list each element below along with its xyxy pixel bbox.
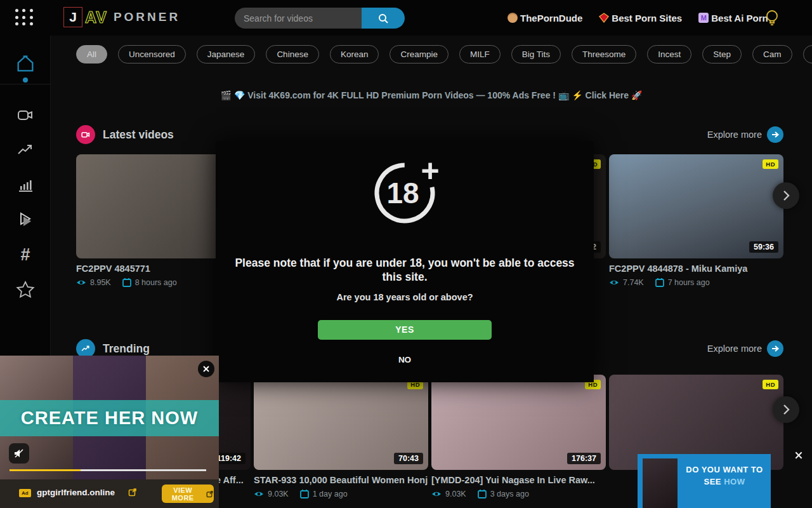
play-icon (15, 210, 36, 230)
home-icon (15, 53, 36, 74)
star-icon (15, 279, 36, 300)
upload-date: 3 days ago (490, 490, 529, 498)
sidebar-item-favorites[interactable] (0, 276, 51, 304)
ai-m-icon: M (698, 13, 709, 23)
yes-button[interactable]: YES (318, 320, 492, 340)
18-plus-icon: 18 + (367, 155, 443, 231)
video-card[interactable]: HD 176:37 [YMDD-204] Yui Nagase In Live … (431, 375, 606, 498)
category-pill-creampie[interactable]: Creampie (390, 45, 449, 64)
video-ad[interactable]: CREATE HER NOW (0, 356, 219, 479)
latest-videos-icon (76, 125, 95, 144)
sidebar-item-rankings[interactable] (0, 171, 51, 199)
calendar-icon (478, 489, 487, 498)
apps-grid-icon[interactable] (15, 9, 34, 27)
top-links: ThePornDude Best Porn Sites M Best Ai Po… (508, 0, 768, 36)
link-best-porn-sites[interactable]: Best Porn Sites (599, 13, 682, 23)
video-camera-icon (16, 105, 35, 124)
bar-chart-icon (16, 175, 35, 194)
age-modal-question: Are you 18 years old or above? (216, 292, 594, 302)
sidebar-item-videos[interactable] (0, 101, 51, 129)
ad-info-bar: Ad gptgirlfriend.online VIEW MORE (0, 479, 219, 508)
link-theporndude[interactable]: ThePornDude (508, 13, 582, 23)
category-pill-step[interactable]: Step (702, 45, 742, 64)
promo-ad-close-button[interactable] (793, 450, 804, 461)
external-link-icon[interactable] (128, 488, 137, 499)
no-button[interactable]: NO (398, 355, 411, 364)
chevron-right-icon (778, 402, 794, 417)
views-count: 8.95K (90, 278, 111, 287)
site-logo[interactable]: J AV PORNER (63, 7, 180, 27)
sidebar-item-playlists[interactable] (0, 206, 51, 234)
lightbulb-icon[interactable] (764, 9, 780, 27)
calendar-icon (655, 277, 664, 287)
category-pill-milf[interactable]: MILF (459, 45, 501, 64)
trending-explore-more[interactable]: Explore more (707, 340, 783, 357)
ad-badge: Ad (19, 489, 31, 497)
category-pill-incest[interactable]: Incest (647, 45, 691, 64)
mute-button[interactable] (9, 443, 29, 464)
search-input[interactable] (235, 8, 362, 29)
video-thumbnail[interactable]: HD 176:37 (431, 375, 606, 470)
video-title[interactable]: STAR-933 10,000 Beautiful Women Honj... (254, 475, 428, 485)
logo-text: PORNER (114, 10, 180, 24)
video-title[interactable]: FC2PPV 4844878 - Miku Kamiya (609, 264, 783, 274)
duration-badge: 70:43 (394, 453, 423, 464)
views-count: 7.74K (623, 278, 644, 287)
top-bar: J AV PORNER ThePornDude Best Porn Sites … (0, 0, 812, 36)
trending-next-button[interactable] (773, 396, 799, 423)
promo-ad[interactable]: DO YOU WANT TO SEE HOW (638, 454, 771, 508)
video-title[interactable]: [YMDD-204] Yui Nagase In Live Raw... (431, 475, 606, 485)
link-best-ai-porn[interactable]: M Best Ai Porn (698, 13, 768, 23)
upload-date: 7 hours ago (668, 278, 710, 287)
duration-badge: 59:36 (749, 241, 778, 253)
ad-overlay-banner[interactable]: CREATE HER NOW (0, 400, 219, 436)
category-pill-japanese[interactable]: Japanese (197, 45, 256, 64)
views-eye-icon (609, 279, 619, 286)
sidebar-item-trending[interactable] (0, 136, 51, 164)
category-pill-all[interactable]: All (76, 45, 107, 64)
chevron-right-icon (778, 188, 794, 203)
sidebar-item-home[interactable] (0, 50, 51, 77)
category-pill-threesome[interactable]: Threesome (572, 45, 636, 64)
video-thumbnail[interactable]: HD 59:36 (609, 154, 783, 258)
active-indicator-dot (23, 77, 28, 83)
views-eye-icon (254, 490, 264, 498)
latest-next-button[interactable] (773, 182, 799, 209)
ad-domain-link[interactable]: gptgirlfriend.online (37, 488, 115, 497)
logo-av: AV (85, 8, 107, 27)
promo-banner-link[interactable]: 🎬 💎 Visit 4K69.com for 4K FULL HD Premiu… (51, 90, 812, 100)
ad-close-button[interactable] (198, 361, 214, 377)
category-pill-other[interactable]: Other (803, 45, 812, 64)
search-icon (377, 13, 389, 24)
promo-ad-thumbnail (643, 458, 678, 508)
views-eye-icon (76, 279, 86, 286)
category-pill-chinese[interactable]: Chinese (266, 45, 319, 64)
views-count: 9.03K (268, 490, 289, 498)
muted-speaker-icon (13, 448, 25, 459)
svg-text:+: + (421, 153, 439, 189)
sidebar-divider (0, 84, 51, 84)
hd-badge: HD (763, 380, 778, 389)
promo-ad-text: DO YOU WANT TO SEE HOW (681, 464, 768, 488)
category-pill-uncensored[interactable]: Uncensored (118, 45, 186, 64)
view-more-button[interactable]: VIEW MORE (162, 485, 214, 503)
search-button[interactable] (362, 8, 405, 29)
category-pill-cam[interactable]: Cam (752, 45, 792, 64)
close-icon (794, 451, 803, 460)
arrow-right-icon (767, 126, 783, 143)
video-card[interactable]: HD 59:36 FC2PPV 4844878 - Miku Kamiya 7.… (609, 154, 783, 287)
latest-explore-more[interactable]: Explore more (707, 126, 783, 143)
calendar-icon (122, 277, 131, 287)
upload-date: 8 hours ago (135, 278, 177, 287)
views-count: 9.03K (445, 490, 466, 498)
hashtag-icon: # (20, 246, 30, 264)
external-link-icon (206, 490, 214, 498)
duration-badge: 176:37 (567, 453, 601, 464)
sidebar-item-tags[interactable]: # (0, 241, 51, 269)
video-card[interactable]: HD 70:43 STAR-933 10,000 Beautiful Women… (254, 375, 428, 498)
views-eye-icon (431, 490, 442, 498)
video-thumbnail[interactable]: HD 70:43 (254, 375, 428, 470)
calendar-icon (300, 489, 309, 498)
category-pill-korean[interactable]: Korean (330, 45, 379, 64)
category-pill-big-tits[interactable]: Big Tits (511, 45, 561, 64)
